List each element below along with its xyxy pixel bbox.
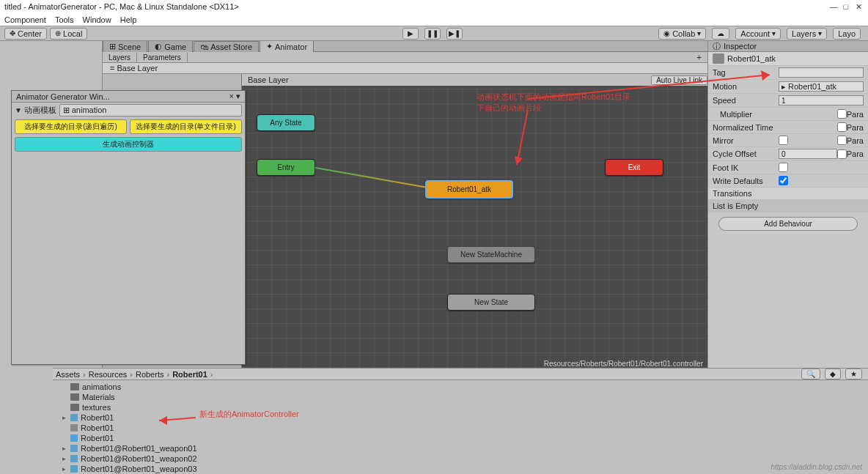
bc-roberts[interactable]: Roberts [136, 370, 164, 379]
bc-robert01[interactable]: Robert01 [172, 370, 207, 379]
auto-live-link-button[interactable]: Auto Live Link [651, 75, 707, 85]
bc-assets[interactable]: Assets [56, 370, 80, 379]
floatwin-close-icon[interactable]: × ▾ [229, 92, 240, 101]
project-item-label: Robert01 [81, 423, 114, 432]
project-item-label: Robert01@Robert01_weapon02 [81, 454, 197, 463]
add-layer-button[interactable]: + [691, 53, 707, 62]
tab-strip: ⊞Scene ◐Game 🛍Asset Store ✦Animator [103, 41, 707, 52]
multiplier-param-check[interactable] [837, 109, 847, 119]
cloud-button[interactable]: ☁ [712, 28, 729, 40]
state-name[interactable]: Robert01_atk [727, 54, 864, 63]
graph-path: Resources/Roberts/Robert01/Robert01.cont… [544, 360, 703, 368]
play-button[interactable]: ▶ [402, 28, 419, 40]
recursive-dir-button[interactable]: 选择要生成的目录(递归遍历) [15, 119, 127, 134]
expand-arrow-icon[interactable]: ▸ [60, 455, 67, 462]
game-icon: ◐ [155, 42, 162, 51]
motion-asset-icon: ▸ [781, 82, 786, 92]
mirror-param-check[interactable] [837, 136, 847, 145]
scene-icon: ⊞ [109, 42, 116, 51]
project-item[interactable]: animations [60, 382, 861, 392]
search-icon[interactable]: 🔍 [801, 369, 820, 379]
animator-graph[interactable]: Base Layer Auto Live Link Any State Entr… [242, 74, 707, 368]
inspector-panel: ⓘ Inspector Robert01_atk Tag Motion ▸Rob… [708, 41, 868, 368]
project-item-label: Robert01 [81, 413, 114, 422]
layout-dropdown[interactable]: Layo [833, 28, 861, 40]
node-exit[interactable]: Exit [605, 159, 663, 176]
expand-arrow-icon[interactable]: ▸ [60, 414, 67, 421]
generate-controller-button[interactable]: 生成动画控制器 [15, 137, 242, 152]
project-item[interactable]: ▸Robert01@Robert01_weapon01 [60, 443, 861, 453]
animator-generator-window[interactable]: Animator Generator Win... × ▾ ▼ 动画模板 ⊞ a… [11, 90, 246, 365]
close-icon[interactable]: ✕ [853, 2, 864, 12]
motion-field[interactable]: ▸Robert01_atk [779, 81, 864, 92]
project-item[interactable]: ▸Robert01@Robert01_weapon03 [60, 464, 861, 474]
node-any-state[interactable]: Any State [257, 114, 315, 131]
tag-field[interactable] [779, 67, 864, 78]
center-button[interactable]: ✥ Center [4, 28, 47, 40]
state-icon [713, 53, 724, 64]
folder-icon [70, 393, 79, 401]
tab-animator[interactable]: ✦Animator [260, 40, 314, 52]
local-button[interactable]: ⊕ Local [50, 28, 87, 40]
normtime-param-check[interactable] [837, 122, 847, 132]
menu-window[interactable]: Window [83, 15, 111, 24]
maximize-icon[interactable]: □ [841, 2, 851, 11]
tab-asset-store[interactable]: 🛍Asset Store [194, 41, 259, 52]
collab-button[interactable]: ◉ Collab ▾ [658, 28, 706, 40]
floatwin-title[interactable]: Animator Generator Win... × ▾ [12, 91, 245, 103]
layers-dropdown[interactable]: Layers ▾ [787, 28, 827, 40]
window-title: titled - AnimatorGenerator - PC, Mac & L… [4, 2, 239, 11]
add-behaviour-button[interactable]: Add Behaviour [718, 217, 858, 231]
project-item-label: Robert01@Robert01_weapon03 [81, 464, 197, 473]
controller-icon [70, 424, 78, 432]
minimize-icon[interactable]: — [828, 2, 839, 11]
animation-dropdown[interactable]: ⊞ animation [59, 104, 242, 116]
cycle-param-check[interactable] [837, 149, 847, 159]
 .override-controller-icon [70, 434, 78, 442]
footik-check[interactable] [779, 163, 788, 172]
node-new-statemachine[interactable]: New StateMachine [447, 246, 535, 263]
project-item[interactable]: ▸Robert01@Robert01_weapon02 [60, 453, 861, 464]
tab-game[interactable]: ◐Game [148, 40, 193, 52]
single-dir-button[interactable]: 选择要生成的目录(单文件目录) [130, 119, 242, 134]
annotation-2: 动画状态机下面的动画是指向Robert01目录 下自己的动画片段 [477, 92, 630, 114]
folder-icon [70, 383, 79, 390]
star-icon[interactable]: ★ [845, 369, 862, 379]
project-item-label: Robert01@Robert01_weapon01 [81, 444, 197, 453]
window-controls: — □ ✕ [828, 2, 864, 12]
expand-arrow-icon[interactable]: ▸ [60, 445, 67, 452]
project-item-label: animations [82, 382, 121, 391]
project-item-label: Materials [82, 393, 115, 401]
node-new-state[interactable]: New State [447, 294, 535, 311]
node-entry[interactable]: Entry [257, 159, 315, 176]
parameters-tab[interactable]: Parameters [137, 53, 188, 62]
menu-help[interactable]: Help [120, 15, 137, 24]
pause-button[interactable]: ❚❚ [424, 28, 441, 40]
project-item[interactable]: Robert01 [60, 433, 861, 443]
node-robert01-atk[interactable]: Robert01_atk [425, 180, 513, 199]
filter-icon[interactable]: ◆ [825, 369, 841, 379]
prefab-icon [70, 414, 78, 421]
menu-bar: Component Tools Window Help [0, 13, 868, 26]
menu-tools[interactable]: Tools [55, 15, 74, 24]
project-item[interactable]: Materials [60, 392, 861, 402]
expand-arrow-icon[interactable]: ▸ [60, 465, 67, 473]
bc-resources[interactable]: Resources [89, 370, 128, 379]
step-button[interactable]: ▶❚ [446, 28, 463, 40]
mirror-check[interactable] [779, 136, 788, 145]
account-button[interactable]: Account ▾ [735, 28, 781, 40]
project-item[interactable]: textures [60, 402, 861, 412]
cycle-field[interactable]: 0 [779, 149, 837, 159]
animator-subtabs: Layers Parameters + [103, 52, 707, 63]
animator-icon: ✦ [266, 42, 273, 51]
layers-tab[interactable]: Layers [103, 53, 137, 62]
folder-icon [70, 404, 79, 411]
project-item[interactable]: ▸Robert01 [60, 412, 861, 423]
speed-field[interactable]: 1 [779, 95, 864, 105]
menu-component[interactable]: Component [4, 15, 46, 24]
base-layer-row[interactable]: = Base Layer [103, 63, 707, 74]
graph-breadcrumb[interactable]: Base Layer [242, 75, 295, 84]
project-item[interactable]: Robert01 [60, 423, 861, 433]
tab-scene[interactable]: ⊞Scene [103, 40, 147, 52]
writedef-check[interactable] [779, 176, 788, 185]
